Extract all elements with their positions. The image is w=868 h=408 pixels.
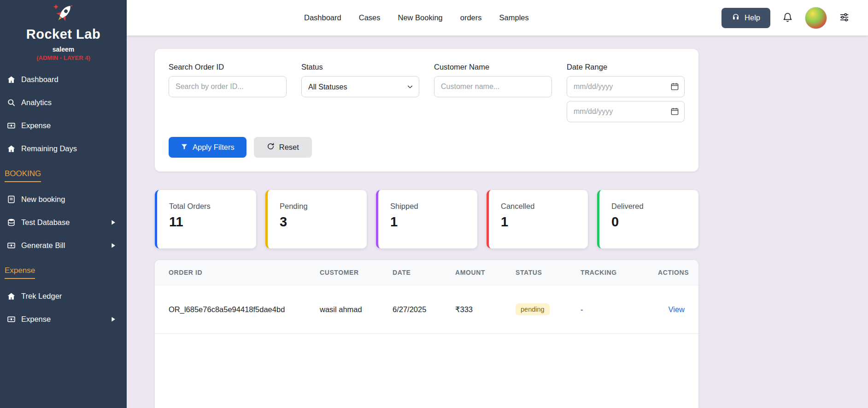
col-header-amount: AMOUNT [455,269,516,276]
stat-label: Shipped [390,202,465,211]
headphones-icon [732,13,740,23]
stat-value: 1 [390,214,465,230]
sidebar-item-new-booking[interactable]: New booking [0,188,127,211]
chevron-right-icon [110,242,117,249]
sidebar-item-remaining-days[interactable]: Remaining Days [0,137,127,160]
avatar[interactable] [805,7,827,29]
cell-amount: ₹333 [455,305,516,314]
sidebar-username: saleem [0,46,127,53]
col-header-order-id: ORDER ID [169,269,320,276]
brand-logo[interactable]: Rocket Lab [0,2,127,42]
sidebar-item-label: Generate Bill [21,241,65,250]
bell-icon [782,12,793,24]
help-button[interactable]: Help [721,8,770,28]
filters-panel: Search Order ID Status All Statuses [155,49,698,171]
cash-icon [6,315,16,324]
stat-label: Total Orders [169,202,244,211]
cell-date: 6/27/2025 [393,305,455,314]
sidebar-item-label: Analytics [21,98,52,107]
sidebar-item-label: New booking [21,195,65,204]
chevron-right-icon [110,316,117,323]
view-order-link[interactable]: View [669,305,685,313]
funnel-icon [181,143,188,152]
cell-order-id: OR_l685e76c8a5e94418f5dae4bd [169,305,320,314]
sliders-icon [839,12,850,24]
topnav-links: Dashboard Cases New Booking orders Sampl… [304,13,529,22]
home-icon [6,144,16,153]
topnav-link-samples[interactable]: Samples [499,13,529,22]
stat-label: Cancelled [501,202,576,211]
help-label: Help [745,13,760,22]
sidebar-item-analytics[interactable]: Analytics [0,91,127,114]
topbar-right: Help [721,7,868,29]
date-range-label: Date Range [567,63,685,71]
topnav-link-orders[interactable]: orders [460,13,482,22]
notifications-button[interactable] [782,12,793,24]
stat-card-delivered: Delivered 0 [597,190,698,248]
stat-card-shipped: Shipped 1 [376,190,477,248]
orders-table: ORDER ID CUSTOMER DATE AMOUNT STATUS TRA… [155,260,698,408]
stat-value: 1 [501,214,576,230]
reset-label: Reset [279,143,299,152]
sidebar-item-dashboard[interactable]: Dashboard [0,68,127,91]
sidebar-item-trek-ledger[interactable]: Trek Ledger [0,284,127,307]
customer-input[interactable] [434,76,552,97]
search-order-input[interactable] [169,76,287,97]
chevron-right-icon [110,219,117,226]
customer-label: Customer Name [434,63,552,71]
stat-label: Pending [280,202,355,211]
sidebar-item-label: Trek Ledger [21,292,62,301]
filter-status: Status All Statuses [301,63,419,122]
database-icon [6,218,16,227]
stat-label: Delivered [611,202,686,211]
col-header-status: STATUS [516,269,581,276]
col-header-customer: CUSTOMER [320,269,393,276]
sidebar-item-label: Test Database [21,218,70,227]
main-area: Dashboard Cases New Booking orders Sampl… [127,0,868,408]
cell-status: pending [516,303,581,315]
date-to-input[interactable] [567,101,685,122]
sidebar-item-expense[interactable]: Expense [0,114,127,137]
stat-card-pending: Pending 3 [265,190,367,248]
cell-customer: wasil ahmad [320,305,393,314]
sidebar: Rocket Lab saleem (ADMIN - LAYER 4) Dash… [0,0,127,408]
sidebar-item-test-database[interactable]: Test Database [0,211,127,234]
cash-icon [6,241,16,250]
cash-icon [6,121,16,130]
sidebar-role: (ADMIN - LAYER 4) [0,54,127,61]
calendar-icon[interactable] [670,107,679,118]
filter-customer: Customer Name [434,63,552,122]
col-header-date: DATE [393,269,455,276]
sidebar-item-label: Expense [21,121,51,130]
filter-search-order: Search Order ID [169,63,287,122]
apply-filters-button[interactable]: Apply Filters [169,137,246,158]
sidebar-section-booking: BOOKING [5,169,127,182]
reset-button[interactable]: Reset [254,137,312,158]
calendar-icon[interactable] [670,82,679,93]
filter-date-range: Date Range [567,63,685,122]
brand-name: Rocket Lab [0,27,127,42]
refresh-icon [267,142,275,152]
table-header-row: ORDER ID CUSTOMER DATE AMOUNT STATUS TRA… [155,260,698,285]
sidebar-nav: Dashboard Analytics Expense Remaining Da… [0,68,127,331]
sidebar-item-generate-bill[interactable]: Generate Bill [0,234,127,257]
stat-value: 3 [280,214,355,230]
search-order-label: Search Order ID [169,63,287,71]
search-icon [6,98,16,107]
stat-value: 0 [611,214,686,230]
topnav-link-new-booking[interactable]: New Booking [398,13,443,22]
topbar: Dashboard Cases New Booking orders Sampl… [127,0,868,35]
topnav-link-dashboard[interactable]: Dashboard [304,13,341,22]
stat-value: 11 [169,214,244,230]
sidebar-item-label: Remaining Days [21,144,77,153]
sidebar-item-expense-sub[interactable]: Expense [0,307,127,331]
col-header-tracking: TRACKING [581,269,658,276]
status-label: Status [301,63,419,71]
home-icon [6,75,16,84]
date-from-input[interactable] [567,76,685,97]
status-badge: pending [516,303,550,315]
status-select[interactable]: All Statuses [301,76,419,97]
table-row: OR_l685e76c8a5e94418f5dae4bd wasil ahmad… [155,285,698,334]
topnav-link-cases[interactable]: Cases [359,13,381,22]
settings-sliders-button[interactable] [839,12,850,24]
